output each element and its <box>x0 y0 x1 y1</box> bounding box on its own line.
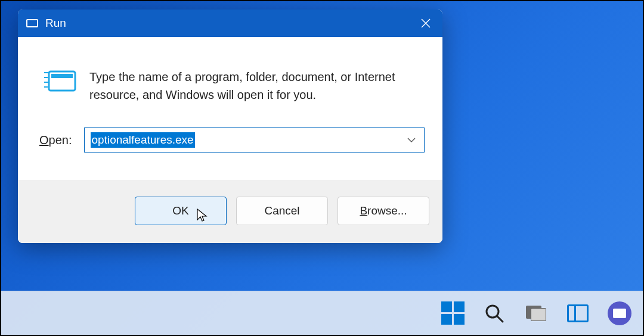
close-button[interactable] <box>409 10 442 37</box>
run-dialog: Run Type the name of a program, folder, … <box>18 10 442 243</box>
start-button[interactable] <box>440 301 465 326</box>
open-combobox[interactable]: optionalfeatures.exe <box>84 127 425 153</box>
titlebar[interactable]: Run <box>18 10 442 37</box>
task-view-button[interactable] <box>524 301 549 326</box>
search-icon <box>484 303 504 323</box>
button-row: OK Cancel Browse... <box>18 180 442 243</box>
svg-line-9 <box>497 316 503 322</box>
close-icon <box>421 18 431 28</box>
dialog-content: Type the name of a program, folder, docu… <box>18 37 442 104</box>
chevron-down-icon[interactable] <box>407 138 416 142</box>
ok-button-label: OK <box>172 204 188 217</box>
cursor-icon <box>196 208 208 223</box>
cancel-button[interactable]: Cancel <box>236 197 328 225</box>
widgets-button[interactable] <box>565 301 590 326</box>
run-title-icon <box>26 19 38 27</box>
svg-rect-3 <box>51 74 73 78</box>
input-row: Open: optionalfeatures.exe <box>18 104 442 180</box>
ok-button[interactable]: OK <box>135 197 227 225</box>
browse-button[interactable]: Browse... <box>338 197 429 225</box>
browse-button-label: Browse... <box>360 204 407 217</box>
taskbar <box>1 291 643 335</box>
dialog-title: Run <box>45 17 409 30</box>
open-input-value[interactable]: optionalfeatures.exe <box>91 132 195 148</box>
widgets-icon <box>567 304 589 322</box>
chat-icon <box>608 301 631 325</box>
windows-logo-icon <box>441 301 465 325</box>
open-label: Open: <box>39 133 72 147</box>
chat-button[interactable] <box>607 301 632 326</box>
search-button[interactable] <box>482 301 507 326</box>
run-app-icon <box>44 69 76 94</box>
dialog-description: Type the name of a program, folder, docu… <box>89 68 425 104</box>
task-view-icon <box>526 306 546 321</box>
cancel-button-label: Cancel <box>264 204 299 217</box>
